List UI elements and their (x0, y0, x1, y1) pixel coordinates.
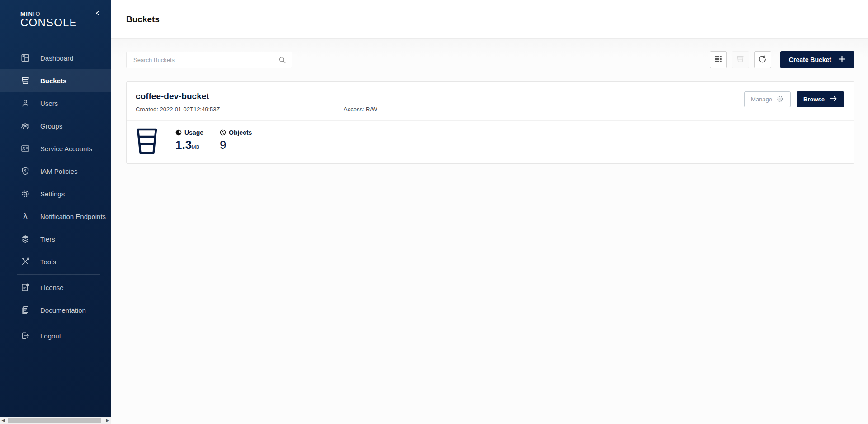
grid-view-button[interactable] (710, 51, 727, 68)
actions-row: Create Bucket (126, 51, 854, 68)
bucket-icon (136, 128, 158, 155)
sidebar-item-label: Tiers (40, 235, 55, 243)
bucket-access: Access: R/W (344, 106, 377, 113)
search-box[interactable] (126, 52, 292, 68)
sidebar-item-label: Settings (40, 190, 65, 198)
create-bucket-button[interactable]: Create Bucket (780, 51, 854, 68)
usage-label: Usage (184, 129, 203, 136)
bucket-card-top: coffee-dev-bucket Created: 2022-01-02T12… (127, 82, 854, 120)
grid-view-icon (714, 55, 722, 65)
browse-button[interactable]: Browse (797, 91, 844, 107)
logout-icon (20, 331, 30, 341)
sidebar-item-service-accounts[interactable]: Service Accounts (0, 137, 111, 160)
sidebar: MINIO CONSOLE Dashboard Buckets Users (0, 0, 111, 417)
bucket-card-buttons: Manage Browse (744, 91, 844, 113)
sidebar-divider (17, 323, 100, 323)
lambda-icon: λ (20, 211, 30, 221)
sidebar-item-groups[interactable]: Groups (0, 114, 111, 137)
arrow-right-icon (829, 95, 837, 103)
sidebar-item-documentation[interactable]: Documentation (0, 299, 111, 321)
chevron-left-icon (94, 10, 101, 18)
list-view-button[interactable] (732, 51, 749, 68)
content-area: Create Bucket coffee-dev-bucket Created:… (111, 39, 868, 424)
documentation-icon (20, 305, 30, 315)
sidebar-item-label: IAM Policies (40, 167, 78, 175)
objects-icon (220, 129, 226, 136)
view-toolbar: Create Bucket (710, 51, 854, 68)
objects-value: 9 (220, 138, 252, 151)
sidebar-menu: Dashboard Buckets Users Groups Service A (0, 47, 111, 347)
sidebar-item-label: Groups (40, 122, 62, 130)
scroll-right-arrow-icon[interactable]: ▶ (104, 417, 111, 424)
groups-icon (20, 121, 30, 131)
bucket-card: coffee-dev-bucket Created: 2022-01-02T12… (126, 81, 854, 164)
browse-label: Browse (803, 96, 825, 103)
horizontal-scrollbar[interactable]: ◀ ▶ (0, 417, 111, 424)
create-bucket-label: Create Bucket (789, 56, 831, 63)
manage-button[interactable]: Manage (744, 91, 791, 107)
sidebar-item-tiers[interactable]: Tiers (0, 228, 111, 250)
users-icon (20, 98, 30, 108)
manage-label: Manage (751, 96, 772, 103)
brand-logo: MINIO CONSOLE (0, 0, 111, 29)
sidebar-item-settings[interactable]: Settings (0, 182, 111, 205)
bucket-info: coffee-dev-bucket Created: 2022-01-02T12… (136, 91, 377, 113)
buckets-icon (20, 76, 30, 86)
metrics: Usage 1.3MB Objects 9 (175, 129, 252, 153)
page-title: Buckets (126, 14, 160, 24)
sidebar-item-iam-policies[interactable]: IAM Policies (0, 160, 111, 182)
sidebar-item-logout[interactable]: Logout (0, 324, 111, 347)
sidebar-item-label: Dashboard (40, 54, 73, 62)
sidebar-item-label: Users (40, 100, 58, 107)
sidebar-item-buckets[interactable]: Buckets (0, 69, 111, 92)
page-header: Buckets (111, 0, 868, 39)
bucket-list-icon (736, 55, 745, 65)
objects-label-row: Objects (220, 129, 252, 136)
settings-icon (20, 189, 30, 199)
scrollbar-thumb[interactable] (8, 418, 101, 423)
usage-unit: MB (192, 144, 200, 150)
iam-policies-icon (20, 166, 30, 176)
sidebar-item-label: Notification Endpoints (40, 213, 106, 220)
search-icon (278, 56, 286, 64)
license-icon (20, 282, 30, 292)
objects-label: Objects (229, 129, 252, 136)
objects-metric: Objects 9 (220, 129, 252, 153)
usage-label-row: Usage (175, 129, 203, 136)
sidebar-item-label: Documentation (40, 306, 86, 314)
sidebar-item-label: Tools (40, 258, 56, 266)
sidebar-item-license[interactable]: License (0, 276, 111, 299)
bucket-meta: Created: 2022-01-02T12:49:53Z Access: R/… (136, 106, 377, 113)
refresh-icon (758, 55, 767, 65)
plus-icon (838, 55, 846, 64)
sidebar-item-dashboard[interactable]: Dashboard (0, 47, 111, 69)
main-area: Buckets (111, 0, 868, 424)
search-input[interactable] (133, 57, 278, 63)
service-accounts-icon (20, 143, 30, 153)
sidebar-item-label: Logout (40, 332, 61, 340)
sidebar-item-tools[interactable]: Tools (0, 250, 111, 273)
tiers-icon (20, 234, 30, 244)
sidebar-item-notification-endpoints[interactable]: λ Notification Endpoints (0, 205, 111, 228)
usage-value: 1.3MB (175, 138, 203, 153)
sidebar-item-label: Buckets (40, 77, 66, 85)
sidebar-item-label: Service Accounts (40, 145, 92, 152)
bucket-name[interactable]: coffee-dev-bucket (136, 91, 377, 101)
usage-metric: Usage 1.3MB (175, 129, 203, 153)
sidebar-collapse-button[interactable] (92, 8, 104, 20)
bucket-created: Created: 2022-01-02T12:49:53Z (136, 106, 344, 113)
usage-pie-icon (175, 129, 182, 136)
sidebar-divider (17, 274, 100, 275)
tools-icon (20, 257, 30, 267)
scroll-left-arrow-icon[interactable]: ◀ (0, 417, 6, 424)
sidebar-item-label: License (40, 284, 64, 291)
dashboard-icon (20, 53, 30, 63)
bucket-card-metrics: Usage 1.3MB Objects 9 (127, 121, 854, 163)
sidebar-item-users[interactable]: Users (0, 92, 111, 114)
gear-icon (776, 95, 784, 104)
refresh-button[interactable] (754, 51, 771, 68)
